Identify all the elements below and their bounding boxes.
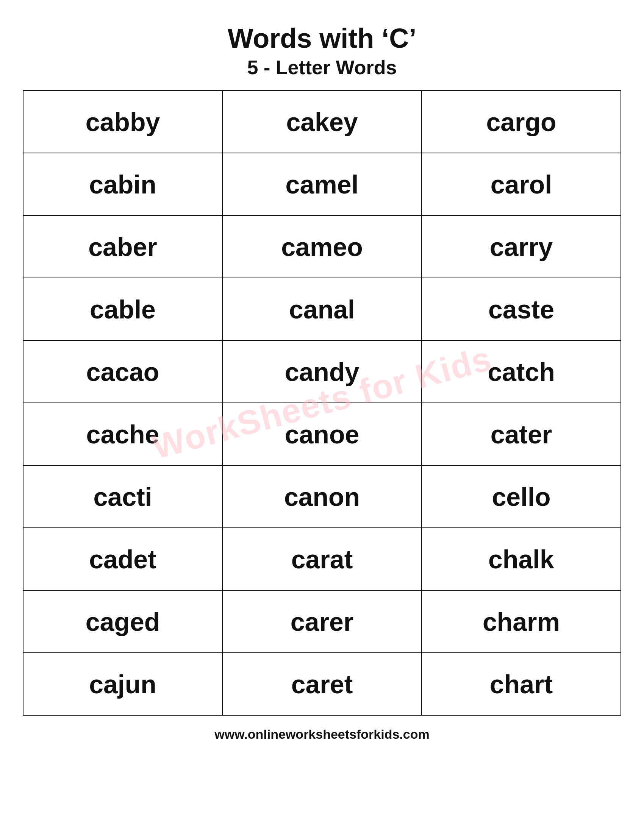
word-cell: cello <box>422 465 621 528</box>
table-row: cadetcaratchalk <box>23 528 621 590</box>
table-wrapper: WorkSheets for Kids cabbycakeycargocabin… <box>23 90 621 716</box>
word-cell: camel <box>222 153 422 215</box>
table-row: cablecanalcaste <box>23 278 621 340</box>
word-cell: cable <box>23 278 222 340</box>
word-cell: candy <box>222 340 422 403</box>
word-cell: cacti <box>23 465 222 528</box>
word-cell: canal <box>222 278 422 340</box>
table-row: cachecanoecater <box>23 403 621 465</box>
word-cell: cabin <box>23 153 222 215</box>
page-title: Words with ‘C’ <box>228 23 417 54</box>
word-cell: catch <box>422 340 621 403</box>
word-cell: cache <box>23 403 222 465</box>
word-cell: carer <box>222 590 422 653</box>
footer: www.onlineworksheetsforkids.com <box>214 727 429 742</box>
word-cell: cater <box>422 403 621 465</box>
word-cell: carry <box>422 215 621 278</box>
word-cell: caged <box>23 590 222 653</box>
table-row: cagedcarercharm <box>23 590 621 653</box>
page-subtitle: 5 - Letter Words <box>247 56 397 79</box>
table-row: cabercameocarry <box>23 215 621 278</box>
word-cell: carol <box>422 153 621 215</box>
word-cell: cargo <box>422 90 621 153</box>
table-row: cajuncaretchart <box>23 653 621 715</box>
word-cell: cabby <box>23 90 222 153</box>
word-cell: cadet <box>23 528 222 590</box>
word-table: cabbycakeycargocabincamelcarolcabercameo… <box>23 90 621 716</box>
word-cell: canoe <box>222 403 422 465</box>
word-cell: caret <box>222 653 422 715</box>
table-row: cabincamelcarol <box>23 153 621 215</box>
word-cell: cameo <box>222 215 422 278</box>
word-cell: caber <box>23 215 222 278</box>
word-cell: cakey <box>222 90 422 153</box>
table-row: cabbycakeycargo <box>23 90 621 153</box>
table-row: cacticanoncello <box>23 465 621 528</box>
table-row: cacaocandycatch <box>23 340 621 403</box>
word-cell: canon <box>222 465 422 528</box>
word-cell: caste <box>422 278 621 340</box>
word-cell: chalk <box>422 528 621 590</box>
word-cell: chart <box>422 653 621 715</box>
word-cell: charm <box>422 590 621 653</box>
word-cell: cacao <box>23 340 222 403</box>
word-cell: carat <box>222 528 422 590</box>
word-cell: cajun <box>23 653 222 715</box>
